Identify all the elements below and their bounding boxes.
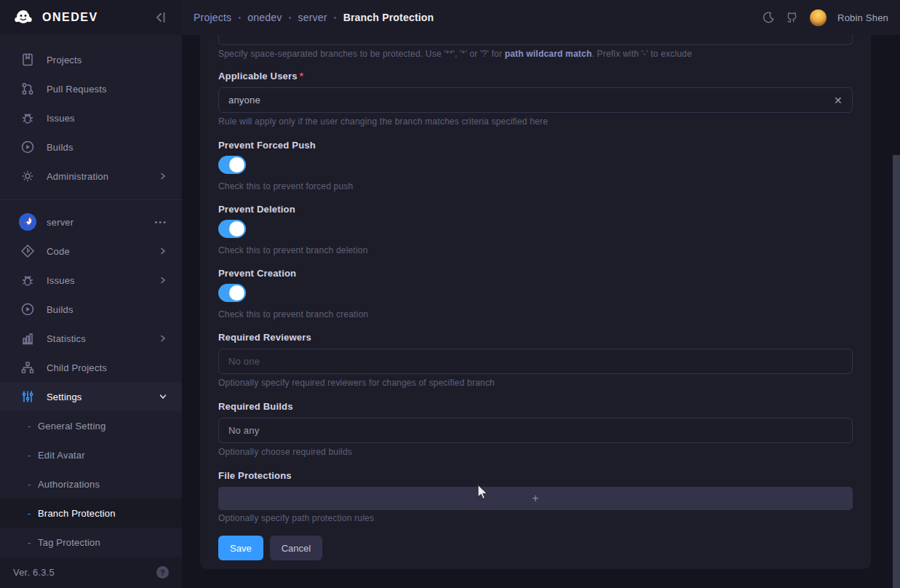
file-protections-label: File Protections	[218, 470, 853, 482]
sidebar-item-label: Issues	[47, 275, 75, 286]
toggle-knob	[229, 221, 244, 237]
prevent-creation-help: Check this to prevent branch creation	[218, 309, 853, 319]
sidebar-subitem-branch-protection[interactable]: - Branch Protection	[0, 498, 182, 528]
prevent-deletion-toggle[interactable]	[218, 220, 246, 238]
github-icon[interactable]	[786, 11, 799, 24]
chevron-right-icon	[159, 172, 167, 180]
bug-icon	[20, 111, 35, 125]
form-buttons: Save Cancel	[218, 536, 853, 560]
topbar-actions: Robin Shen	[762, 9, 888, 26]
sidebar-subitem-label: Edit Avatar	[38, 450, 85, 461]
dash-bullet: -	[28, 537, 38, 548]
sidebar-item-label: Statistics	[47, 333, 86, 344]
branches-help-pre: Specify space-separated branches to be p…	[218, 49, 505, 59]
branches-help-post: . Prefix with '-' to exclude	[592, 49, 692, 59]
sidebar-item-label: Pull Requests	[47, 84, 107, 95]
sidebar-item-label: Builds	[47, 142, 73, 153]
applicable-users-label: Applicable Users*	[218, 71, 853, 82]
sliders-icon	[20, 389, 35, 404]
bug-icon	[20, 273, 35, 287]
sidebar-subitem-authorizations[interactable]: - Authorizations	[0, 469, 182, 498]
clear-icon[interactable]: ✕	[834, 95, 843, 106]
sidebar-item-project-issues[interactable]: Issues	[0, 266, 182, 295]
chevron-right-icon	[159, 334, 167, 343]
sidebar-item-label: Builds	[47, 304, 73, 315]
version-label: Ver. 6.3.5	[13, 567, 55, 578]
sidebar-subitem-label: Authorizations	[38, 479, 100, 490]
onedev-logo-icon[interactable]	[13, 7, 33, 28]
chevron-down-icon	[159, 392, 167, 401]
path-wildcard-match-link[interactable]: path wildcard match	[505, 49, 592, 59]
branch-protection-form: Specify space-separated branches to be p…	[200, 35, 871, 569]
breadcrumb-link-onedev[interactable]: onedev	[247, 12, 282, 23]
pull-request-icon	[20, 82, 35, 96]
breadcrumb-separator: •	[334, 13, 337, 22]
sidebar-item-projects[interactable]: Projects	[0, 45, 182, 74]
sidebar-nav: Projects Pull Requests	[0, 35, 182, 557]
dark-mode-moon-icon[interactable]	[762, 11, 775, 24]
sidebar-divider	[0, 199, 182, 200]
required-asterisk: *	[300, 71, 303, 82]
prevent-creation-toggle[interactable]	[218, 284, 246, 302]
sidebar-item-pull-requests[interactable]: Pull Requests	[0, 74, 182, 103]
sidebar-item-issues[interactable]: Issues	[0, 103, 182, 132]
breadcrumb-separator: •	[288, 13, 291, 22]
sidebar-subitem-edit-avatar[interactable]: - Edit Avatar	[0, 440, 182, 469]
sidebar-item-builds[interactable]: Builds	[0, 132, 182, 162]
sidebar-subitem-label: General Setting	[38, 421, 105, 432]
breadcrumb-link-projects[interactable]: Projects	[194, 12, 231, 23]
help-icon[interactable]: ?	[156, 566, 169, 579]
user-name[interactable]: Robin Shen	[837, 12, 888, 23]
app-title: ONEDEV	[42, 11, 98, 24]
prevent-deletion-help: Check this to prevent branch deletion	[218, 245, 853, 255]
prevent-creation-label: Prevent Creation	[218, 268, 853, 279]
gear-icon	[20, 169, 35, 183]
required-reviewers-placeholder: No one	[228, 356, 260, 367]
sidebar-collapse-icon[interactable]	[154, 10, 169, 25]
dash-bullet: -	[28, 479, 38, 490]
sidebar-subitem-general-setting[interactable]: - General Setting	[0, 411, 182, 440]
breadcrumb-link-server[interactable]: server	[298, 12, 327, 23]
sidebar-item-child-projects[interactable]: Child Projects	[0, 353, 182, 382]
file-protections-add-button[interactable]: +	[218, 487, 853, 510]
project-name: server	[47, 217, 73, 228]
play-circle-icon	[20, 140, 35, 154]
sidebar-subitem-tag-protection[interactable]: - Tag Protection	[0, 528, 182, 557]
required-reviewers-help: Optionally specify required reviewers fo…	[218, 378, 853, 388]
branches-input-cropped[interactable]	[218, 35, 853, 45]
play-circle-icon	[20, 302, 35, 317]
sidebar-item-project-server[interactable]: server •••	[0, 207, 182, 237]
applicable-users-input[interactable]: anyone ✕	[218, 87, 853, 113]
project-menu-dots-icon[interactable]: •••	[154, 218, 167, 226]
toggle-knob	[229, 285, 244, 301]
sidebar-item-code[interactable]: Code	[0, 237, 182, 266]
prevent-forced-push-toggle[interactable]	[218, 156, 246, 174]
sidebar-item-label: Issues	[47, 113, 75, 124]
user-avatar[interactable]	[810, 9, 827, 26]
topbar: Projects • onedev • server • Branch Prot…	[182, 0, 900, 35]
plus-icon: +	[532, 492, 539, 505]
chevron-right-icon	[159, 276, 167, 285]
prevent-deletion-label: Prevent Deletion	[218, 204, 853, 215]
required-builds-help: Optionally choose required builds	[218, 447, 853, 457]
logo-bar: ONEDEV	[0, 0, 182, 35]
sidebar-item-settings[interactable]: Settings	[0, 382, 182, 411]
sidebar-item-label: Projects	[47, 55, 82, 65]
sidebar-item-administration[interactable]: Administration	[0, 162, 182, 191]
git-code-icon	[20, 244, 35, 258]
required-builds-label: Required Builds	[218, 401, 853, 413]
project-avatar	[19, 213, 36, 231]
page-scrollbar-thumb[interactable]	[893, 155, 900, 588]
prevent-forced-push-label: Prevent Forced Push	[218, 140, 853, 151]
cancel-button[interactable]: Cancel	[270, 536, 322, 560]
page-title: Branch Protection	[343, 12, 434, 23]
sidebar-item-project-builds[interactable]: Builds	[0, 295, 182, 324]
sidebar-footer: Ver. 6.3.5 ?	[0, 557, 182, 588]
toggle-knob	[229, 157, 244, 172]
dash-bullet: -	[28, 421, 38, 432]
sidebar-item-statistics[interactable]: Statistics	[0, 324, 182, 353]
file-protections-help: Optionally specify path protection rules	[218, 513, 853, 523]
required-builds-input[interactable]: No any	[218, 418, 853, 443]
save-button[interactable]: Save	[218, 536, 263, 560]
required-reviewers-input[interactable]: No one	[218, 349, 853, 374]
